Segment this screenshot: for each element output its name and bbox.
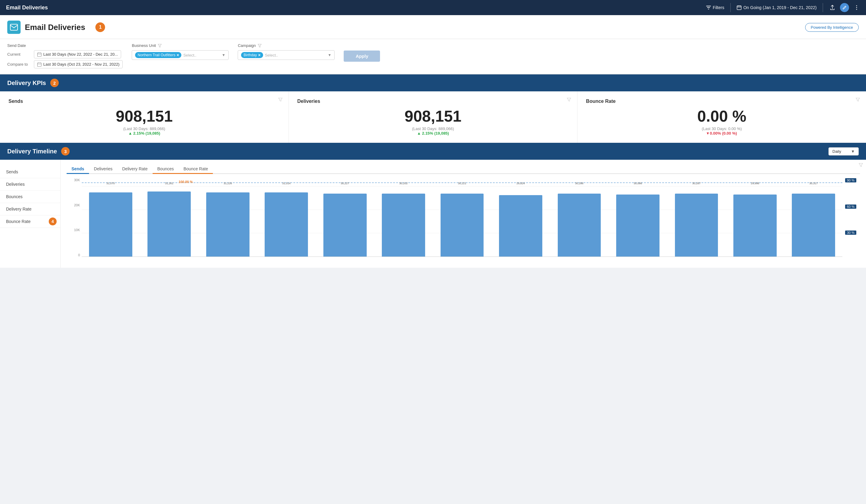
bar-solid-1 — [147, 192, 191, 257]
tab-delivery-rate[interactable]: Delivery Rate — [117, 164, 152, 174]
legend-deliveries[interactable]: Deliveries — [0, 178, 60, 191]
current-date-value: Last 30 Days (Nov 22, 2022 - Dec 21, 20.… — [43, 52, 118, 57]
bar-solid-0 — [89, 192, 132, 257]
bar-group-11: 29,998 — [726, 187, 784, 257]
remove-campaign-tag[interactable]: × — [258, 53, 261, 57]
legend-delivery-rate[interactable]: Delivery Rate — [0, 203, 60, 215]
bar-label-11: 29,998 — [726, 182, 784, 185]
page-title: Email Deliveries — [25, 23, 85, 32]
current-date-row: Current Last 30 Days (Nov 22, 2022 - Dec… — [7, 50, 123, 58]
tab-deliveries[interactable]: Deliveries — [89, 164, 117, 174]
bar-group-5: 30,202 — [375, 187, 432, 257]
edit-icon[interactable] — [840, 3, 849, 12]
compare-date-row: Compare to Last 30 Days (Oct 23, 2022 - … — [7, 60, 123, 68]
svg-rect-0 — [737, 6, 741, 10]
sends-change: ▲ 2.15% (19,085) — [9, 131, 280, 136]
chevron-down-icon: ▼ — [222, 53, 225, 57]
calendar-icon-sm — [37, 52, 42, 57]
current-date-input[interactable]: Last 30 Days (Nov 22, 2022 - Dec 21, 20.… — [34, 50, 121, 58]
svg-point-3 — [856, 9, 857, 10]
bar-solid-4 — [323, 194, 367, 257]
compare-label: Compare to — [7, 62, 32, 67]
funnel-icon2 — [258, 44, 262, 47]
header-left: Email Deliveries 1 — [7, 21, 105, 34]
email-icon — [10, 24, 18, 31]
share-icon[interactable] — [829, 4, 836, 11]
svg-rect-5 — [37, 53, 42, 56]
campaign-select[interactable]: Birthday × Select.. ▼ — [238, 50, 335, 60]
bar-solid-2 — [206, 192, 249, 257]
bar-label-8: 30,286 — [551, 182, 608, 185]
kpi-bounce-rate-title: Bounce Rate — [586, 99, 857, 104]
remove-business-unit-tag[interactable]: × — [177, 53, 179, 57]
bar-group-0: 31,070 — [82, 187, 139, 257]
legend-bounce-rate[interactable]: Bounce Rate 4 — [0, 215, 60, 228]
filters-button[interactable]: Filters — [706, 5, 724, 10]
divider — [730, 3, 731, 12]
send-date-label: Send Date — [7, 43, 123, 48]
bar-label-0: 31,070 — [82, 182, 139, 185]
nav-icons — [829, 3, 860, 12]
bar-group-7: 29,824 — [492, 187, 549, 257]
campaign-label: Campaign — [238, 43, 256, 48]
filter-date-row: Current Last 30 Days (Nov 22, 2022 - Dec… — [7, 50, 123, 68]
sends-values: 908,151 (Last 30 Days: 889,066) ▲ 2.15% … — [9, 108, 280, 136]
bounce-rate-value: 0.00 % — [586, 108, 857, 124]
legend-sends[interactable]: Sends — [0, 166, 60, 178]
kpi-deliveries-filter-icon[interactable] — [567, 98, 571, 103]
chart-legend: Sends Deliveries Bounces Delivery Rate B… — [0, 160, 60, 268]
bar-label-10: 30,287 — [668, 182, 725, 185]
chart-filter-icon[interactable] — [859, 163, 863, 168]
current-label: Current — [7, 52, 32, 57]
bar-group-12: 30,317 — [785, 187, 842, 257]
bar-group-8: 30,286 — [551, 187, 608, 257]
svg-point-2 — [856, 7, 857, 8]
chevron-down-icon2: ▼ — [328, 53, 332, 57]
kpi-bounce-filter-icon[interactable] — [856, 98, 860, 103]
bounce-rate-values: 0.00 % (Last 30 Days: 0.00 %) ▾ 0.00% (0… — [586, 108, 857, 136]
bar-group-1: 31,261 — [140, 187, 198, 257]
bar-solid-10 — [675, 194, 718, 257]
email-icon-box — [7, 21, 21, 34]
powered-by-button[interactable]: Powered By Intelligence — [805, 23, 859, 32]
top-navigation: Email Deliveries Filters On Going (Jan 1… — [0, 0, 866, 15]
tab-bounces[interactable]: Bounces — [153, 164, 179, 174]
y-axis-left: 30K 20K 10K 0 — [67, 178, 82, 257]
kpi-deliveries-title: Deliveries — [297, 99, 569, 104]
daily-select[interactable]: Daily ▼ — [829, 147, 859, 156]
tab-bounce-rate[interactable]: Bounce Rate — [179, 164, 213, 174]
more-icon[interactable] — [853, 4, 860, 11]
bar-solid-3 — [265, 192, 308, 257]
deliveries-values: 908,151 (Last 30 Days: 889,066) ▲ 2.15% … — [297, 108, 569, 136]
business-unit-select[interactable]: Northern Trail Outfitters × Select.. ▼ — [132, 50, 229, 60]
sends-value: 908,151 — [9, 108, 280, 124]
chart-wrapper: 30K 20K 10K 0 90 % 60 % 30 % — [67, 178, 860, 263]
bar-group-4: 30,227 — [316, 187, 374, 257]
main-content: Email Deliveries 1 Powered By Intelligen… — [0, 15, 866, 268]
header-card: Email Deliveries 1 Powered By Intelligen… — [0, 15, 866, 39]
step-badge-4: 4 — [49, 218, 57, 225]
legend-bounces[interactable]: Bounces — [0, 191, 60, 203]
chart-section: Sends Deliveries Bounces Delivery Rate B… — [0, 160, 866, 268]
business-unit-placeholder: Select.. — [183, 53, 220, 57]
business-unit-label: Business Unit — [132, 43, 156, 48]
timeline-title: Delivery Timeline — [7, 148, 57, 155]
tab-sends[interactable]: Sends — [67, 164, 89, 174]
kpi-sends: Sends 908,151 (Last 30 Days: 889,066) ▲ … — [0, 91, 289, 143]
campaign-placeholder: Select.. — [265, 53, 326, 57]
bar-group-6: 30,221 — [433, 187, 491, 257]
deliveries-compare: (Last 30 Days: 889,066) — [297, 126, 569, 131]
kpi-sends-filter-icon[interactable] — [278, 98, 282, 103]
bar-group-3: 31,014 — [257, 187, 315, 257]
bar-label-1: 31,261 — [140, 182, 198, 185]
step-badge-2: 2 — [50, 79, 59, 87]
bar-solid-5 — [382, 194, 425, 257]
step-badge-3: 3 — [61, 147, 70, 156]
apply-button[interactable]: Apply — [344, 50, 380, 62]
bar-solid-6 — [441, 194, 484, 257]
kpi-section-header: Delivery KPIs 2 — [0, 75, 866, 91]
compare-date-input[interactable]: Last 30 Days (Oct 23, 2022 - Nov 21, 202… — [34, 60, 123, 68]
bar-label-9: 30,086 — [609, 182, 666, 185]
bar-solid-11 — [733, 195, 777, 257]
bar-solid-9 — [616, 195, 659, 257]
